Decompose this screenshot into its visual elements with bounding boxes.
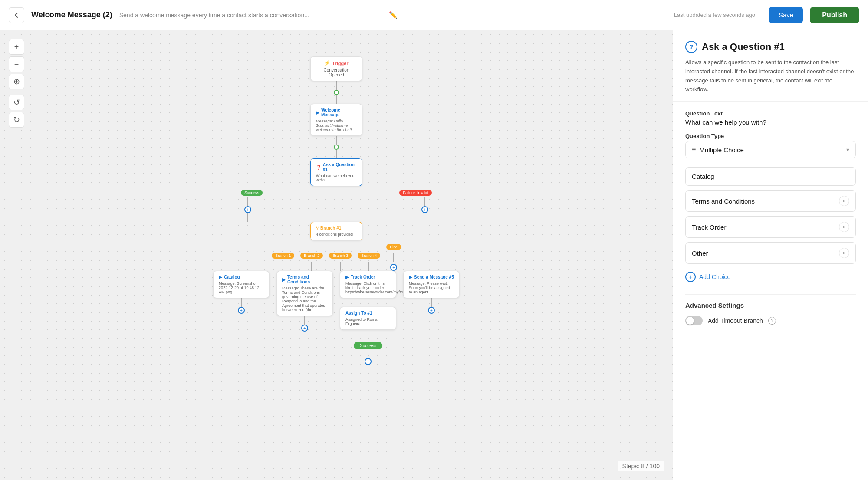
add-choice-label: Add Choice <box>699 273 730 280</box>
choice-terms[interactable]: Terms and Conditions × <box>685 190 856 212</box>
bl-3-success <box>368 349 368 358</box>
bl-3 <box>340 262 341 271</box>
line-3 <box>336 136 337 145</box>
question-type-value: Multiple Choice <box>699 146 843 154</box>
bl-3-bottom <box>368 298 368 307</box>
add-choice-button[interactable]: + Add Choice <box>685 268 856 286</box>
assign-node[interactable]: Assign To #1 Assigned to Roman Filgueira <box>340 307 396 330</box>
undo-button[interactable]: ↺ <box>9 95 24 110</box>
assign-body: Assigned to Roman Filgueira <box>345 317 391 326</box>
catalog-body: Message: Screenshot 2022-12-20 at 10.48.… <box>219 281 264 294</box>
panel-header: ? Ask a Question #1 Allows a specific qu… <box>673 30 868 102</box>
branch-col-2: ▶ Terms and Conditions Message: These ar… <box>276 271 333 332</box>
question-type-selector[interactable]: ≡ Multiple Choice ▾ <box>685 141 856 158</box>
terms-body: Message: These are the Terms and Conditi… <box>282 286 327 312</box>
question-node[interactable]: ❓ Ask a Question #1 What can we help you… <box>310 158 362 186</box>
workflow-subtitle: Send a welcome message every time a cont… <box>119 12 382 19</box>
choice-catalog[interactable]: Catalog <box>685 167 856 186</box>
branch-label-3: Branch 3 <box>329 253 352 259</box>
branch-body: 4 conditions provided <box>316 232 357 237</box>
choice-terms-remove[interactable]: × <box>839 196 849 206</box>
bl-4 <box>368 262 369 271</box>
branch-connectors: + + <box>206 197 467 222</box>
help-icon[interactable]: ? <box>768 317 776 325</box>
choice-terms-label: Terms and Conditions <box>692 197 839 205</box>
choice-catalog-label: Catalog <box>692 173 849 180</box>
flow-diagram: ⚡ Trigger Conversation Opened ▶ Welcome … <box>206 56 467 365</box>
welcome-message-node[interactable]: ▶ Welcome Message Message: Hello $contac… <box>310 104 362 136</box>
chevron-down-icon: ▾ <box>846 146 849 153</box>
question-text-value: What can we help you with? <box>685 118 856 126</box>
timeout-toggle[interactable] <box>685 316 703 325</box>
panel-description: Allows a specific question to be sent to… <box>685 58 856 94</box>
outcome-labels: Success Failure: Invalid <box>206 190 467 197</box>
catalog-node[interactable]: ▶ Catalog Message: Screenshot 2022-12-20… <box>213 271 270 298</box>
flow-canvas[interactable]: + − ⊕ ↺ ↻ ⚡ Trigger Conversation Opened <box>0 30 673 480</box>
add-track[interactable]: + <box>365 358 372 365</box>
panel-body: Question Text What can we help you with?… <box>673 102 868 480</box>
branch-labels-row: Branch 1 Branch 2 Branch 3 Branch 4 Else <box>272 244 401 271</box>
right-panel: ? Ask a Question #1 Allows a specific qu… <box>673 30 868 480</box>
failure-label: Failure: Invalid <box>399 190 432 196</box>
track-title: ▶ Track Order <box>345 275 391 279</box>
question-type-label: Question Type <box>685 133 856 139</box>
edit-icon[interactable]: ✏️ <box>389 11 398 19</box>
branch-label-1: Branch 1 <box>272 253 294 259</box>
catalog-title: ▶ Catalog <box>219 275 264 279</box>
bl-2 <box>311 262 312 271</box>
branch-label-else: Else <box>386 244 401 250</box>
choice-other-remove[interactable]: × <box>839 248 849 258</box>
track-order-node[interactable]: ▶ Track Order Message: Click on this lik… <box>340 271 396 298</box>
line-failure <box>424 197 425 206</box>
bl-2-bottom <box>304 316 305 325</box>
panel-title-text: Ask a Question #1 <box>702 41 785 53</box>
choice-track-order[interactable]: Track Order × <box>685 216 856 238</box>
choice-track-remove[interactable]: × <box>839 222 849 232</box>
bl-else <box>393 253 394 262</box>
redo-button[interactable]: ↻ <box>9 112 24 128</box>
send-message-body: Message: Please wait. Soon you'll be ass… <box>409 281 454 294</box>
branch-col-1: ▶ Catalog Message: Screenshot 2022-12-20… <box>213 271 270 314</box>
line-2 <box>336 95 337 104</box>
add-send-message[interactable]: + <box>428 307 435 314</box>
toggle-knob <box>686 317 694 325</box>
trigger-title: ⚡ Trigger <box>316 60 357 66</box>
track-body: Message: Click on this like to track you… <box>345 281 391 294</box>
welcome-title: ▶ Welcome Message <box>316 108 357 117</box>
branch-label-4: Branch 4 <box>358 253 380 259</box>
workflow-title: Welcome Message (2) <box>31 10 112 20</box>
publish-button[interactable]: Publish <box>810 7 859 23</box>
bl-1-bottom <box>241 298 242 307</box>
add-choice-icon: + <box>685 272 696 282</box>
bl-1 <box>283 262 283 271</box>
panel-question-icon: ? <box>685 41 697 53</box>
success-label: Success <box>241 190 263 196</box>
branch-label-2: Branch 2 <box>300 253 323 259</box>
back-button[interactable] <box>9 7 24 23</box>
terms-node[interactable]: ▶ Terms and Conditions Message: These ar… <box>276 271 333 316</box>
question-title: ❓ Ask a Question #1 <box>316 162 357 172</box>
add-catalog[interactable]: + <box>238 307 245 314</box>
steps-counter: Steps: 8 / 100 <box>618 461 664 471</box>
add-connector-success[interactable]: + <box>244 206 251 213</box>
trigger-body: Conversation Opened <box>316 68 357 77</box>
panel-title-row: ? Ask a Question #1 <box>685 41 856 53</box>
canvas-controls: + − ⊕ ↺ ↻ <box>9 39 24 128</box>
add-terms[interactable]: + <box>301 325 308 332</box>
zoom-in-button[interactable]: + <box>9 39 24 55</box>
fit-view-button[interactable]: ⊕ <box>9 74 24 89</box>
main-content: + − ⊕ ↺ ↻ ⚡ Trigger Conversation Opened <box>0 30 868 480</box>
add-connector-failure[interactable]: + <box>421 206 428 213</box>
trigger-node[interactable]: ⚡ Trigger Conversation Opened <box>310 56 362 81</box>
send-message-node[interactable]: ▶ Send a Message #5 Message: Please wait… <box>403 271 460 298</box>
branch-title: ⑂ Branch #1 <box>316 226 357 230</box>
branch-node[interactable]: ⑂ Branch #1 4 conditions provided <box>310 222 362 240</box>
save-button[interactable]: Save <box>769 7 803 23</box>
bl-4-bottom <box>431 298 432 307</box>
choice-other[interactable]: Other × <box>685 242 856 264</box>
add-else[interactable]: + <box>390 264 397 271</box>
line-success <box>247 197 248 206</box>
app-header: Welcome Message (2) Send a welcome messa… <box>0 0 868 30</box>
zoom-out-button[interactable]: − <box>9 56 24 72</box>
bl-3-assign <box>368 330 368 339</box>
